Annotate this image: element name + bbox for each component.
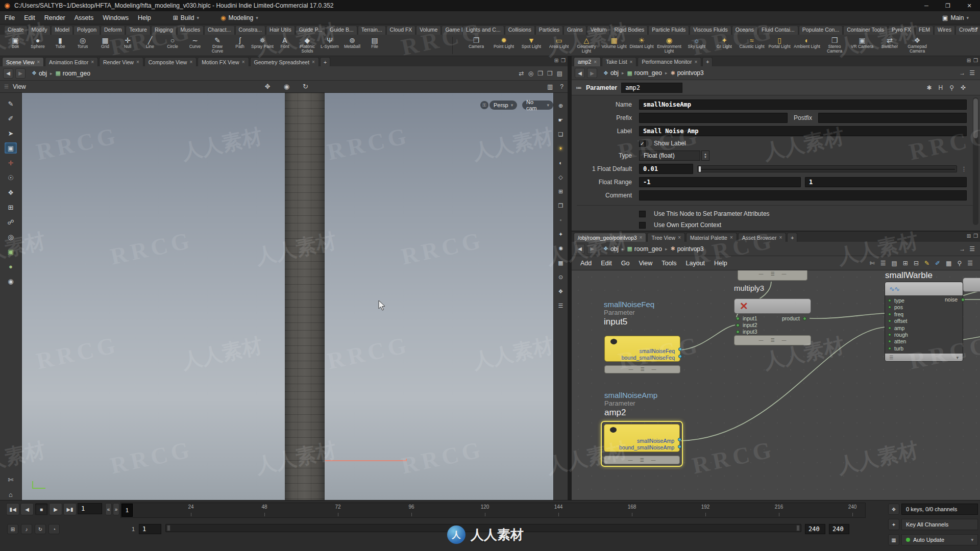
shelf-tool-point-light[interactable]: ✹Point Light: [490, 35, 518, 54]
shelf-tab-guide-p[interactable]: Guide P...: [296, 26, 326, 35]
net-menu-add[interactable]: Add: [576, 260, 596, 267]
viewport-canvas[interactable]: ⚿ Persp ▾ No cam ▾: [22, 93, 553, 500]
output-connector[interactable]: [678, 438, 681, 441]
pane-split-icon[interactable]: ⊞: [967, 233, 971, 239]
postfix-field[interactable]: [818, 113, 967, 123]
volumes-display-icon[interactable]: ▦: [556, 258, 566, 267]
tab-geometry-spreadsheet[interactable]: Geometry Spreadsheet×: [250, 57, 319, 66]
tab-material-palette[interactable]: Material Palette×: [686, 233, 737, 242]
crumb-pointvop3[interactable]: ✱pointvop3: [668, 245, 705, 253]
cut-icon[interactable]: ✄: [870, 260, 875, 267]
shelf-tool-null[interactable]: ✛Null: [116, 35, 139, 54]
tab-obj-room-geo-pointvop3[interactable]: /obj/room_geo/pointvop3×: [574, 233, 646, 242]
collapse-icon[interactable]: ▾: [956, 355, 959, 360]
node-multiply3-tile[interactable]: ✕: [734, 298, 811, 314]
wireframe-icon[interactable]: ◇: [556, 172, 566, 182]
shelf-tab-deform[interactable]: Deform: [101, 26, 125, 35]
shelf-tool-metaball[interactable]: ⊚Metaball: [341, 35, 363, 54]
shelf-tool-torus[interactable]: ◎Torus: [71, 35, 94, 54]
tab-composite-view[interactable]: Composite View×: [144, 57, 197, 66]
pan-mode-icon[interactable]: ☛: [556, 115, 566, 124]
global-end-field[interactable]: 240: [829, 524, 849, 534]
shelf-tool-ambient-light[interactable]: ◐Ambient Light: [793, 35, 821, 54]
key-all-channels-button[interactable]: Key All Channels: [901, 519, 978, 530]
muscle-tool[interactable]: ●: [5, 261, 17, 272]
node-smallWarble[interactable]: smallWarble: [885, 270, 933, 280]
shelf-tool-spray-paint[interactable]: ✵Spray Paint: [251, 35, 274, 54]
pivot-icon[interactable]: ◉: [284, 83, 289, 90]
shelf-tab-rigid-bodies[interactable]: Rigid Bodies: [610, 26, 648, 35]
close-button[interactable]: ✕: [959, 0, 980, 11]
shelf-tab-particles[interactable]: Particles: [535, 26, 563, 35]
shelf-tab-volume[interactable]: Volume: [416, 26, 441, 35]
shelf-tool-grid[interactable]: ▦Grid: [94, 35, 116, 54]
crumb-room-geo[interactable]: ▦room_geo: [625, 69, 664, 77]
shelf-tab-modify[interactable]: Modify: [28, 26, 51, 35]
shelf-tab-fluid-contai[interactable]: Fluid Contai...: [758, 26, 798, 35]
pose-tool[interactable]: ☉: [5, 172, 17, 183]
type-spinner[interactable]: ▲▼: [701, 151, 709, 161]
shelf-tab-muscles[interactable]: Muscles: [177, 26, 204, 35]
input-connector[interactable]: [888, 299, 891, 302]
node-smallWarble-tile[interactable]: ∿∿ typeposfreqoffsetamproughattenturb ☰▾: [885, 282, 963, 362]
list-mode-icon[interactable]: ☰: [880, 260, 886, 267]
modeling-desktop-menu[interactable]: ◉ Modeling ▾: [216, 13, 262, 22]
shelf-tab-constra[interactable]: Constra...: [235, 26, 266, 35]
search-icon[interactable]: ⚲: [949, 84, 954, 91]
pin-icon[interactable]: ✜: [961, 84, 966, 91]
sculpt-tool[interactable]: ◉: [5, 276, 17, 287]
search-icon[interactable]: ⚲: [957, 260, 962, 267]
new-tab-button[interactable]: +: [320, 57, 330, 66]
shelf-tool-circle[interactable]: ○Circle: [161, 35, 184, 54]
shelf-tool-volume-light[interactable]: ▦Volume Light: [600, 35, 628, 54]
node-multiply3[interactable]: multiply3: [734, 284, 764, 293]
name-field[interactable]: smallNoiseAmp: [639, 99, 967, 110]
show-label-checkbox[interactable]: ✓: [639, 140, 646, 147]
type-dropdown[interactable]: Float (float): [639, 151, 700, 161]
measure-tool[interactable]: ⌂: [5, 489, 17, 500]
help-icon[interactable]: ?: [560, 83, 564, 90]
back-button[interactable]: ◀: [575, 68, 585, 78]
auto-update-menu[interactable]: Auto Update ▾: [901, 534, 978, 545]
input-connector[interactable]: [888, 327, 891, 330]
camera-lock-button[interactable]: ⚿: [480, 101, 488, 109]
menu-help[interactable]: Help: [133, 14, 156, 21]
close-icon[interactable]: ×: [312, 59, 315, 65]
orbit-icon[interactable]: ↻: [303, 83, 308, 90]
close-icon[interactable]: ×: [136, 59, 139, 65]
camera-select-menu[interactable]: No cam ▾: [522, 101, 553, 110]
jump-start-button[interactable]: ▮◀: [6, 503, 19, 515]
panel-icon[interactable]: ▤: [892, 260, 897, 267]
output-connector[interactable]: [678, 445, 681, 448]
output-connector[interactable]: [678, 355, 682, 358]
input-connector[interactable]: [888, 340, 891, 343]
net-menu-layout[interactable]: Layout: [681, 260, 710, 267]
pane-maximize-icon[interactable]: ❐: [973, 233, 978, 239]
constraints-tool[interactable]: ☍: [5, 216, 17, 228]
draw-tool[interactable]: ✐: [5, 113, 17, 124]
close-icon[interactable]: ×: [91, 59, 94, 65]
shelf-tool-camera[interactable]: ❐Camera: [462, 35, 490, 54]
menu-edit[interactable]: Edit: [19, 14, 40, 21]
set-attributes-checkbox[interactable]: [639, 211, 646, 217]
node-smallNoiseFeq[interactable]: smallNoiseFeq Parameter input5: [604, 300, 654, 327]
target-icon[interactable]: ◎: [528, 70, 533, 77]
build-desktop-menu[interactable]: ⊞ Build ▾: [169, 13, 203, 22]
capture-tool[interactable]: ▣: [5, 246, 17, 257]
input-connector[interactable]: [736, 330, 740, 334]
audio-icon[interactable]: ♪: [21, 524, 32, 534]
shelf-tool-sky-light[interactable]: ☼Sky Light: [683, 35, 710, 54]
shelf-tool-file[interactable]: ▤File: [363, 35, 386, 54]
annotate-icon[interactable]: ✎: [924, 260, 929, 267]
menu-icon[interactable]: ☰: [969, 69, 975, 77]
camera-list-icon[interactable]: ❖: [556, 287, 566, 296]
grid-menu-icon[interactable]: ▥: [547, 83, 553, 90]
normals-display-icon[interactable]: ✦: [556, 230, 566, 239]
grid-on-icon[interactable]: ⊞: [903, 260, 908, 267]
shelf-tool-switcher[interactable]: ⇄Switcher: [876, 35, 903, 54]
lighting-icon[interactable]: ☀: [556, 144, 566, 153]
scrollbar-thumb[interactable]: [973, 98, 978, 138]
net-menu-go[interactable]: Go: [617, 260, 634, 267]
shelf-tab-populate-con[interactable]: Populate Con...: [799, 26, 843, 35]
menu-assets[interactable]: Assets: [70, 14, 99, 21]
